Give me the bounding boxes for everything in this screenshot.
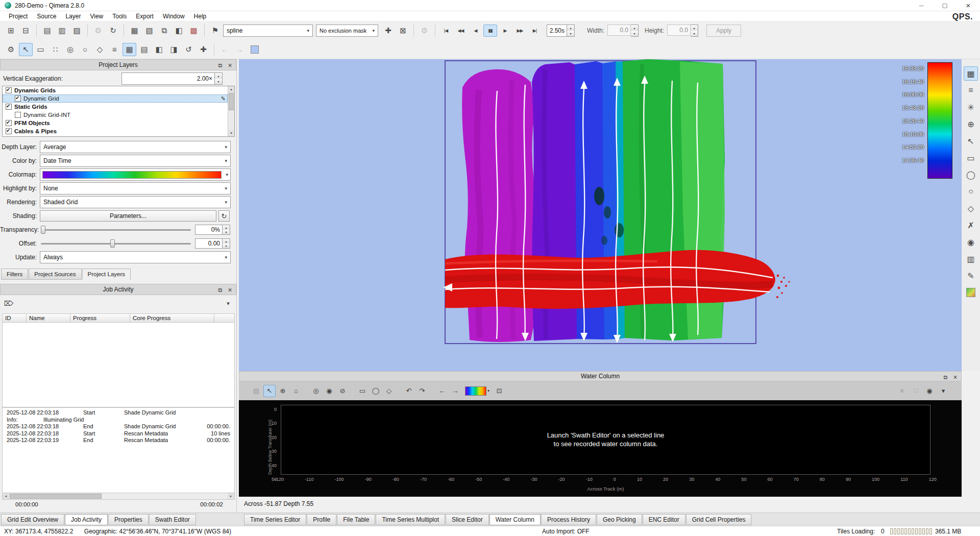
- refresh-grids-icon[interactable]: ↻: [106, 24, 120, 37]
- tab-grid-edit-overview[interactable]: Grid Edit Overview: [1, 514, 64, 525]
- crosshair-icon[interactable]: ✚: [381, 24, 395, 37]
- skip-start-button[interactable]: |◀: [439, 25, 453, 37]
- snapshot-icon[interactable]: ⊡: [493, 385, 505, 397]
- transparency-slider[interactable]: [40, 225, 192, 235]
- tile-grid-icon[interactable]: ▦: [964, 66, 978, 81]
- pan-cursor-icon[interactable]: ↖: [964, 134, 978, 148]
- checkbox[interactable]: [6, 128, 12, 134]
- clip-grid-icon[interactable]: ⊠: [396, 24, 410, 37]
- swath-display-icon[interactable]: ▤: [137, 43, 151, 56]
- water-column-plot[interactable]: Depth Below Transducer (m) 01020304050 L…: [239, 400, 962, 497]
- eyedropper-icon[interactable]: [221, 95, 226, 102]
- exclusion-mask-icon[interactable]: ▩: [187, 24, 201, 37]
- shift-right-icon[interactable]: ◨: [167, 43, 181, 56]
- select-cursor-icon[interactable]: ↖: [19, 43, 33, 56]
- checkbox[interactable]: [15, 95, 21, 102]
- tab-profile[interactable]: Profile: [307, 514, 336, 525]
- float-panel-icon[interactable]: [216, 286, 224, 294]
- scroll-thumb[interactable]: [10, 494, 102, 499]
- bathymetry-scene[interactable]: [239, 59, 962, 371]
- pick-delete-icon[interactable]: ⊘: [336, 385, 349, 397]
- marquee-select-icon[interactable]: ▭: [34, 43, 47, 56]
- shading-refresh-icon[interactable]: [218, 210, 230, 222]
- rendering-select[interactable]: Shaded Grid: [40, 196, 231, 208]
- grid-display-icon[interactable]: ▦: [122, 43, 136, 56]
- tree-item-dynamic-grid-int[interactable]: Dynamic Grid-INT: [3, 111, 228, 119]
- grid-lines-icon[interactable]: ▧: [142, 24, 156, 37]
- tab-project-layers[interactable]: Project Layers: [82, 269, 131, 280]
- grid-shift-icon[interactable]: ⧉: [157, 24, 171, 37]
- tree-item-dynamic-grids[interactable]: Dynamic Grids: [3, 86, 228, 94]
- point-edit-icon[interactable]: ◎: [63, 43, 77, 56]
- project-layers-header[interactable]: Project Layers: [0, 59, 236, 70]
- visibility-icon[interactable]: ◉: [923, 384, 936, 397]
- fast-forward-button[interactable]: ▶▶: [513, 25, 527, 37]
- column-header-id[interactable]: ID: [2, 313, 27, 323]
- redo-icon[interactable]: ↷: [416, 385, 428, 397]
- scroll-up-icon[interactable]: [228, 86, 234, 92]
- zoom-extent-icon[interactable]: ⊟: [19, 24, 33, 37]
- gear-tools-icon[interactable]: ⚙: [4, 43, 18, 56]
- select-oval-icon[interactable]: ◯: [370, 385, 382, 397]
- zoom-tool-icon[interactable]: ⊕: [964, 117, 978, 131]
- tree-scrollbar[interactable]: [228, 86, 234, 136]
- select-poly-icon[interactable]: ◇: [383, 385, 395, 397]
- polygon-edit-icon[interactable]: ◇: [93, 43, 107, 56]
- rotate-view-icon[interactable]: ↺: [182, 43, 195, 56]
- close-panel-icon[interactable]: [226, 62, 234, 69]
- shift-left-icon[interactable]: ◧: [152, 43, 166, 56]
- scroll-right-icon[interactable]: [228, 493, 234, 499]
- shading-parameters-button[interactable]: Parameters...: [40, 210, 216, 222]
- maximize-button[interactable]: [933, 0, 957, 11]
- layer-list-icon[interactable]: ≡: [964, 83, 978, 98]
- colormap-select[interactable]: [40, 168, 231, 181]
- tab-file-table[interactable]: File Table: [337, 514, 375, 525]
- tab-grid-cell-properties[interactable]: Grid Cell Properties: [686, 514, 752, 525]
- job-table-body[interactable]: [2, 323, 235, 407]
- prev-ping-icon[interactable]: ←: [436, 385, 448, 397]
- cursor-select-icon[interactable]: ↖: [263, 385, 276, 397]
- menu-export[interactable]: Export: [131, 12, 158, 20]
- tab-enc-editor[interactable]: ENC Editor: [643, 514, 685, 525]
- job-activity-header[interactable]: Job Activity: [0, 284, 236, 295]
- scroll-left-icon[interactable]: [3, 493, 9, 499]
- globe-icon[interactable]: ◉: [964, 235, 978, 249]
- menu-tools[interactable]: Tools: [108, 12, 131, 20]
- grid-coverage-icon[interactable]: ▦: [128, 24, 141, 37]
- scatter-select-icon[interactable]: ∷: [48, 43, 62, 56]
- interval-spinbox[interactable]: 2.50s: [547, 25, 575, 37]
- menu-source[interactable]: Source: [32, 12, 61, 20]
- line-edit-icon[interactable]: ○: [78, 43, 92, 56]
- offset-slider[interactable]: [40, 238, 192, 249]
- vertical-exaggeration-spinner[interactable]: [215, 72, 223, 85]
- play-button[interactable]: ▶: [498, 25, 512, 37]
- interval-spinner[interactable]: [567, 25, 575, 37]
- measure-icon[interactable]: ✚: [197, 43, 210, 56]
- collapse-icon[interactable]: [223, 298, 233, 308]
- profile-chart-icon[interactable]: ▥: [964, 252, 978, 266]
- color-by-select[interactable]: Date Time: [40, 155, 231, 167]
- checkbox[interactable]: [15, 112, 21, 118]
- tab-geo-picking[interactable]: Geo Picking: [597, 514, 642, 525]
- tab-water-column[interactable]: Water Column: [489, 514, 541, 525]
- background-color-swatch[interactable]: [248, 43, 261, 56]
- grid-update-icon[interactable]: ◧: [172, 24, 186, 37]
- close-button[interactable]: [957, 0, 980, 11]
- compass-icon[interactable]: ✳: [964, 100, 978, 114]
- checkbox[interactable]: [6, 87, 12, 93]
- select-poly-icon[interactable]: ◇: [964, 201, 978, 215]
- zoom-window-icon[interactable]: ⊞: [4, 24, 18, 37]
- color-grid-icon[interactable]: [964, 285, 978, 300]
- scroll-down-icon[interactable]: [228, 130, 234, 136]
- skip-end-button[interactable]: ▶|: [528, 25, 542, 37]
- tab-time-series-multiplot[interactable]: Time Series Multiplot: [376, 514, 445, 525]
- rewind-button[interactable]: ◀◀: [454, 25, 468, 37]
- tab-filters[interactable]: Filters: [1, 269, 28, 280]
- pick-add-icon[interactable]: ◎: [310, 385, 322, 397]
- scroll-thumb[interactable]: [229, 93, 234, 110]
- select-circle-icon[interactable]: ○: [964, 184, 978, 199]
- menu-view[interactable]: View: [85, 12, 108, 20]
- transparency-spinner[interactable]: [223, 225, 230, 235]
- update-select[interactable]: Always: [40, 251, 231, 263]
- scene-viewport[interactable]: 16:33:2016:16:4016:00:0015:43:2015:26:40…: [239, 59, 962, 371]
